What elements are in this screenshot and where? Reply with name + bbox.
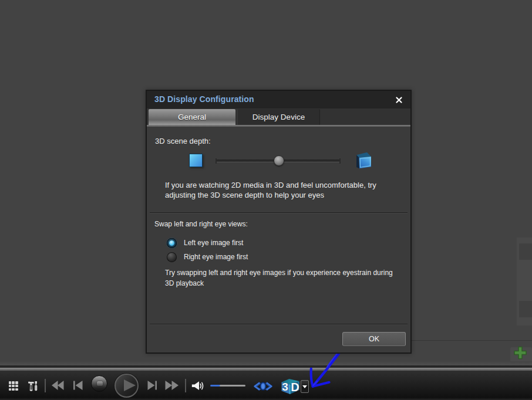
svg-text:D: D	[291, 381, 299, 394]
svg-text:3: 3	[282, 381, 288, 393]
